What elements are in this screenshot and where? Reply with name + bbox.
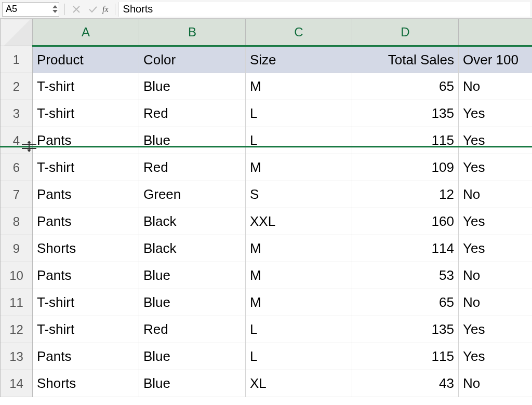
cell[interactable]: 115: [352, 127, 459, 154]
cell[interactable]: Shorts: [33, 370, 139, 397]
cell[interactable]: Blue: [139, 370, 246, 397]
row-header[interactable]: 2: [1, 73, 33, 100]
header-color[interactable]: Color: [139, 46, 246, 73]
cell[interactable]: Green: [139, 181, 246, 208]
row-header[interactable]: 6: [1, 154, 33, 181]
cell[interactable]: 160: [352, 208, 459, 235]
cell[interactable]: Blue: [139, 262, 246, 289]
cell[interactable]: Blue: [139, 73, 246, 100]
cell[interactable]: Yes: [459, 316, 533, 343]
cell[interactable]: Shorts: [33, 235, 139, 262]
table-row: 11 T-shirt Blue M 65 No: [1, 289, 533, 316]
row-header[interactable]: 12: [1, 316, 33, 343]
cell[interactable]: Pants: [33, 181, 139, 208]
cell[interactable]: L: [246, 100, 352, 127]
name-box-spinners: [52, 5, 58, 14]
cell[interactable]: XL: [246, 370, 352, 397]
row-header[interactable]: 10: [1, 262, 33, 289]
select-all-corner[interactable]: [1, 19, 33, 46]
cell[interactable]: M: [246, 235, 352, 262]
cell[interactable]: 135: [352, 100, 459, 127]
col-header-A[interactable]: A: [33, 19, 139, 46]
cell[interactable]: No: [459, 73, 533, 100]
col-header-C[interactable]: C: [246, 19, 352, 46]
row-header[interactable]: 7: [1, 181, 33, 208]
cell[interactable]: Red: [139, 154, 246, 181]
cell[interactable]: Blue: [139, 343, 246, 370]
cell[interactable]: T-shirt: [33, 316, 139, 343]
cell[interactable]: M: [246, 289, 352, 316]
cell[interactable]: Yes: [459, 100, 533, 127]
header-product[interactable]: Product: [33, 46, 139, 73]
cell[interactable]: Yes: [459, 343, 533, 370]
cell[interactable]: 135: [352, 316, 459, 343]
cell[interactable]: XXL: [246, 208, 352, 235]
row-header[interactable]: 8: [1, 208, 33, 235]
cell[interactable]: Black: [139, 208, 246, 235]
cell[interactable]: M: [246, 154, 352, 181]
spinner-down-icon[interactable]: [52, 9, 58, 14]
cell[interactable]: Yes: [459, 127, 533, 154]
formula-input[interactable]: Shorts: [118, 2, 530, 17]
cell[interactable]: L: [246, 316, 352, 343]
cell[interactable]: 43: [352, 370, 459, 397]
col-header-B[interactable]: B: [139, 19, 246, 46]
cell[interactable]: T-shirt: [33, 289, 139, 316]
fx-icon[interactable]: fx: [102, 5, 109, 14]
cell[interactable]: 114: [352, 235, 459, 262]
cell[interactable]: M: [246, 73, 352, 100]
name-box[interactable]: A5: [2, 2, 59, 17]
cell[interactable]: 115: [352, 343, 459, 370]
cell[interactable]: No: [459, 262, 533, 289]
formula-bar: A5 fx Shorts: [0, 0, 532, 19]
row-header[interactable]: 13: [1, 343, 33, 370]
table-row: 13 Pants Blue L 115 Yes: [1, 343, 533, 370]
row-header[interactable]: 3: [1, 100, 33, 127]
cell[interactable]: T-shirt: [33, 73, 139, 100]
divider: [115, 4, 115, 15]
cell[interactable]: T-shirt: [33, 154, 139, 181]
svg-marker-1: [52, 10, 58, 13]
cell[interactable]: Yes: [459, 154, 533, 181]
cell[interactable]: 65: [352, 73, 459, 100]
cell[interactable]: 109: [352, 154, 459, 181]
cell[interactable]: Pants: [33, 343, 139, 370]
cell[interactable]: Black: [139, 235, 246, 262]
cell[interactable]: L: [246, 127, 352, 154]
cell[interactable]: No: [459, 181, 533, 208]
cell[interactable]: No: [459, 289, 533, 316]
cell[interactable]: T-shirt: [33, 100, 139, 127]
cell[interactable]: Red: [139, 100, 246, 127]
row-header[interactable]: 9: [1, 235, 33, 262]
header-total-sales[interactable]: Total Sales: [352, 46, 459, 73]
cell[interactable]: M: [246, 262, 352, 289]
spinner-up-icon[interactable]: [52, 5, 58, 9]
cell[interactable]: Blue: [139, 127, 246, 154]
header-size[interactable]: Size: [246, 46, 352, 73]
cell[interactable]: Pants: [33, 127, 139, 154]
formula-value: Shorts: [123, 3, 153, 15]
col-header-D[interactable]: D: [352, 19, 459, 46]
header-over100[interactable]: Over 100: [459, 46, 533, 73]
cell[interactable]: Pants: [33, 262, 139, 289]
cell[interactable]: S: [246, 181, 352, 208]
row-unhide-handle-icon[interactable]: [22, 142, 36, 151]
cell[interactable]: Red: [139, 316, 246, 343]
row-header-1[interactable]: 1: [1, 46, 33, 73]
col-header-E[interactable]: [459, 19, 533, 46]
cell[interactable]: Pants: [33, 208, 139, 235]
cell[interactable]: 53: [352, 262, 459, 289]
cell[interactable]: 65: [352, 289, 459, 316]
cell-reference: A5: [6, 4, 17, 15]
row-header[interactable]: 11: [1, 289, 33, 316]
cell[interactable]: No: [459, 370, 533, 397]
cancel-icon[interactable]: [69, 2, 84, 17]
confirm-icon[interactable]: [86, 2, 100, 17]
cell[interactable]: 12: [352, 181, 459, 208]
row-header[interactable]: 14: [1, 370, 33, 397]
cell[interactable]: L: [246, 343, 352, 370]
table-row: 6 T-shirt Red M 109 Yes: [1, 154, 533, 181]
cell[interactable]: Yes: [459, 208, 533, 235]
cell[interactable]: Yes: [459, 235, 533, 262]
cell[interactable]: Blue: [139, 289, 246, 316]
